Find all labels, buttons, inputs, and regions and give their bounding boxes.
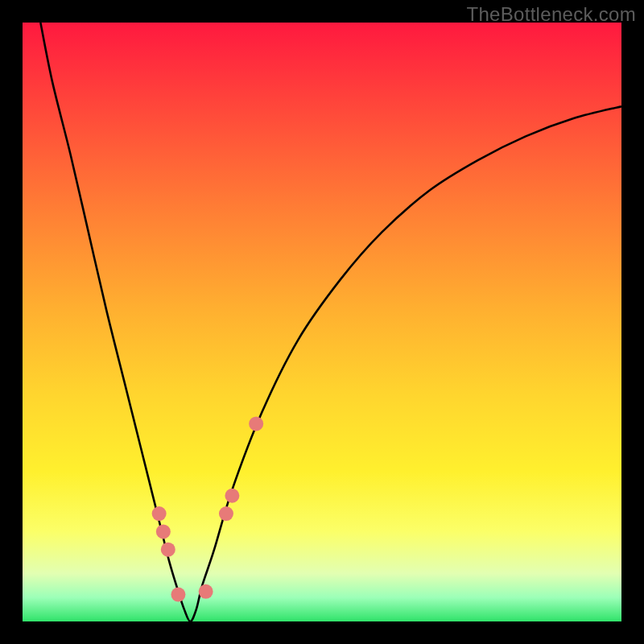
bottleneck-curve	[40, 23, 621, 621]
data-marker-dot	[225, 489, 239, 503]
chart-svg	[23, 23, 621, 621]
data-marker-dot	[219, 506, 233, 521]
marker-layer	[139, 416, 263, 617]
data-marker-dot	[161, 543, 175, 557]
data-marker-dot	[156, 524, 171, 539]
data-marker-dot	[249, 416, 263, 431]
data-marker-dot	[199, 584, 213, 599]
data-marker-dot	[171, 588, 185, 602]
chart-area	[23, 23, 621, 621]
data-marker-dot	[152, 506, 167, 521]
watermark-text: TheBottleneck.com	[466, 3, 636, 26]
